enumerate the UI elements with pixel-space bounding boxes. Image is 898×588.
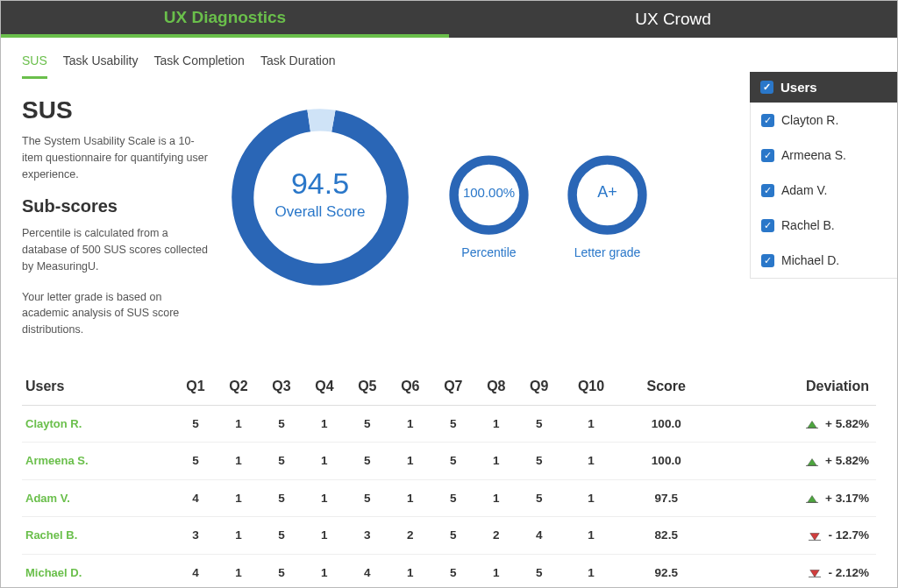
cell-q: 5 xyxy=(431,517,474,554)
col-q9: Q9 xyxy=(517,370,560,406)
subtab-task-completion[interactable]: Task Completion xyxy=(153,53,245,79)
cell-q: 1 xyxy=(474,405,517,442)
triangle-up-icon xyxy=(804,492,820,505)
cell-q: 1 xyxy=(217,554,260,588)
table-header-row: Users Q1 Q2 Q3 Q4 Q5 Q6 Q7 Q8 Q9 Q10 Sco… xyxy=(22,370,876,406)
grade-value: A+ xyxy=(566,183,649,202)
cell-q: 1 xyxy=(303,443,346,479)
cell-q: 5 xyxy=(174,405,217,442)
cell-q: 1 xyxy=(474,554,517,588)
col-q1: Q1 xyxy=(174,370,217,406)
user-name: Michael D. xyxy=(781,253,839,267)
tab-ux-crowd[interactable]: UX Crowd xyxy=(449,1,897,38)
users-panel-title: Users xyxy=(780,80,817,95)
subtab-sus[interactable]: SUS xyxy=(22,53,47,79)
cell-q: 1 xyxy=(388,443,431,479)
user-checkbox-item[interactable]: ✓Michael D. xyxy=(751,243,897,278)
cell-q: 5 xyxy=(260,554,303,588)
cell-q: 3 xyxy=(174,517,217,554)
cell-q: 1 xyxy=(217,405,260,442)
col-q3: Q3 xyxy=(260,370,303,406)
content-area: SUS The System Usability Scale is a 10-i… xyxy=(1,79,897,352)
cell-q: 5 xyxy=(346,405,388,442)
cell-q: 1 xyxy=(217,517,260,554)
cell-q: 5 xyxy=(174,443,217,479)
cell-q: 5 xyxy=(431,554,474,588)
checkbox-icon[interactable]: ✓ xyxy=(761,149,774,162)
cell-user[interactable]: Rachel B. xyxy=(22,517,174,554)
table-row: Adam V.415151515197.5+ 3.17% xyxy=(22,479,876,516)
table-row: Armeena S.5151515151100.0+ 5.82% xyxy=(22,443,876,479)
grade-label: Letter grade xyxy=(574,245,641,259)
cell-q: 4 xyxy=(174,554,217,588)
users-panel-header[interactable]: ✓ Users xyxy=(750,72,897,103)
cell-score: 100.0 xyxy=(622,443,711,479)
cell-q: 4 xyxy=(517,517,560,554)
col-q2: Q2 xyxy=(217,370,260,406)
user-name: Rachel B. xyxy=(781,218,835,232)
col-q5: Q5 xyxy=(346,370,388,406)
users-panel: ✓ Users ✓Clayton R.✓Armeena S.✓Adam V.✓R… xyxy=(750,72,897,279)
overall-score-label: Overall Score xyxy=(228,203,412,221)
table-row: Clayton R.5151515151100.0+ 5.82% xyxy=(22,405,876,442)
cell-q: 5 xyxy=(346,479,388,516)
cell-q: 1 xyxy=(560,517,621,554)
subtab-task-usability[interactable]: Task Usability xyxy=(63,53,139,79)
top-tabs: UX Diagnostics UX Crowd xyxy=(1,1,897,38)
cell-q: 1 xyxy=(560,554,621,588)
user-checkbox-item[interactable]: ✓Adam V. xyxy=(751,173,897,208)
cell-q: 5 xyxy=(431,405,474,442)
cell-deviation: - 12.7% xyxy=(711,517,876,554)
triangle-up-icon xyxy=(804,456,820,468)
app-root: UX Diagnostics UX Crowd SUS Task Usabili… xyxy=(0,0,898,588)
cell-score: 82.5 xyxy=(622,517,711,554)
triangle-down-icon xyxy=(807,530,823,542)
user-name: Adam V. xyxy=(781,183,827,197)
cell-score: 100.0 xyxy=(622,405,711,442)
overall-score-gauge: 94.5 Overall Score xyxy=(228,105,412,289)
cell-q: 1 xyxy=(388,405,431,442)
sus-table: Users Q1 Q2 Q3 Q4 Q5 Q6 Q7 Q8 Q9 Q10 Sco… xyxy=(1,370,897,588)
cell-q: 1 xyxy=(474,479,517,516)
cell-q: 1 xyxy=(474,443,517,479)
checkbox-icon[interactable]: ✓ xyxy=(760,81,773,94)
cell-q: 5 xyxy=(346,443,388,479)
cell-user[interactable]: Armeena S. xyxy=(22,443,174,479)
table-row: Michael D.415141515192.5- 2.12% xyxy=(22,554,876,588)
cell-deviation: + 5.82% xyxy=(711,443,876,479)
percentile-label: Percentile xyxy=(461,245,516,259)
col-score: Score xyxy=(622,370,711,406)
checkbox-icon[interactable]: ✓ xyxy=(761,254,774,267)
checkbox-icon[interactable]: ✓ xyxy=(761,114,774,127)
user-checkbox-item[interactable]: ✓Rachel B. xyxy=(751,208,897,243)
cell-q: 4 xyxy=(174,479,217,516)
overall-score-value: 94.5 xyxy=(228,166,412,201)
cell-q: 1 xyxy=(560,405,621,442)
cell-q: 5 xyxy=(431,479,474,516)
grade-gauge: A+ Letter grade xyxy=(566,105,649,259)
subscores-desc-1: Percentile is calculated from a database… xyxy=(22,225,210,274)
user-name: Armeena S. xyxy=(781,148,846,162)
subtab-task-duration[interactable]: Task Duration xyxy=(260,53,336,79)
col-q4: Q4 xyxy=(303,370,346,406)
user-checkbox-item[interactable]: ✓Clayton R. xyxy=(751,103,897,138)
cell-q: 1 xyxy=(303,479,346,516)
col-q8: Q8 xyxy=(474,370,517,406)
cell-user[interactable]: Michael D. xyxy=(22,554,174,588)
cell-q: 1 xyxy=(560,443,621,479)
cell-q: 5 xyxy=(517,443,560,479)
percentile-gauge: 100.00% Percentile xyxy=(447,105,531,259)
cell-q: 4 xyxy=(346,554,388,588)
cell-q: 2 xyxy=(474,517,517,554)
cell-user[interactable]: Adam V. xyxy=(22,479,174,516)
users-list: ✓Clayton R.✓Armeena S.✓Adam V.✓Rachel B.… xyxy=(750,103,897,279)
cell-score: 97.5 xyxy=(622,479,711,516)
cell-user[interactable]: Clayton R. xyxy=(22,405,174,442)
cell-q: 3 xyxy=(346,517,388,554)
user-checkbox-item[interactable]: ✓Armeena S. xyxy=(751,138,897,173)
checkbox-icon[interactable]: ✓ xyxy=(761,184,774,197)
subscores-desc-2: Your letter grade is based on academic a… xyxy=(22,289,210,338)
checkbox-icon[interactable]: ✓ xyxy=(761,219,774,232)
tab-ux-diagnostics[interactable]: UX Diagnostics xyxy=(1,1,449,38)
table-row: Rachel B.315132524182.5- 12.7% xyxy=(22,517,876,554)
